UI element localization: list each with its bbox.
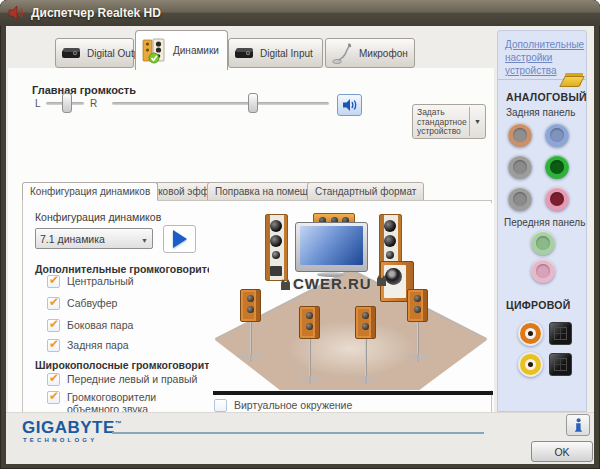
checkbox[interactable] (47, 339, 60, 352)
spdif-rca-out[interactable] (518, 321, 543, 346)
mute-button[interactable] (337, 94, 362, 116)
rear-right-speaker[interactable] (355, 306, 376, 339)
speaker-volume-icon (342, 98, 358, 112)
side-left-speaker[interactable] (240, 289, 261, 322)
checkbox[interactable] (47, 391, 60, 404)
dropdown-value: 7.1 динамика (40, 233, 141, 245)
checkbox-center-speaker[interactable]: Центральный (47, 275, 134, 288)
checkbox[interactable] (214, 399, 227, 412)
set-default-device-button[interactable]: Задать стандартное устройство (412, 104, 486, 139)
folder-icon[interactable] (562, 71, 584, 88)
info-icon (573, 418, 583, 433)
speaker-stand-feet (355, 376, 377, 384)
checkbox[interactable] (47, 373, 60, 386)
speaker-stand (365, 339, 367, 379)
optical-out-port[interactable] (549, 322, 572, 345)
analog-section-title: АНАЛОГОВЫЙ (506, 91, 587, 103)
play-icon (173, 230, 187, 248)
back-jack-rear[interactable] (545, 187, 569, 211)
main-volume-slider[interactable] (112, 102, 329, 105)
rear-left-speaker[interactable] (299, 306, 320, 339)
front-jack-headphone[interactable] (531, 231, 555, 255)
optional-speakers-title: Дополнительные громкоговорители (35, 263, 226, 275)
side-right-speaker[interactable] (407, 289, 428, 322)
window-title: Диспетчер Realtek HD (31, 6, 161, 20)
checkbox-side-pair[interactable]: Боковая пара (47, 319, 133, 332)
footer-bar: GIGABYTE™ TECHNOLOGY OK (6, 412, 594, 464)
gigabyte-logo: GIGABYTE™ (22, 418, 122, 438)
client-area: Digital Output Динамики Digital Input (6, 26, 594, 464)
back-jack-front-out-active[interactable] (545, 155, 569, 179)
connector-panel: Дополнительные настройки устройства АНАЛ… (497, 30, 587, 412)
checkbox-front-left-right[interactable]: Передние левый и правый (47, 373, 197, 386)
balance-slider-handle[interactable] (62, 93, 72, 113)
checkbox-rear-pair[interactable]: Задняя пара (47, 339, 129, 352)
speaker-stand-feet (299, 376, 321, 384)
back-panel-label: Задняя панель (506, 107, 575, 118)
info-button[interactable] (566, 414, 590, 436)
main-content: Главная громкость L R Задать стандартное… (8, 68, 494, 412)
speaker-stand (309, 339, 311, 379)
tv-monitor (295, 222, 368, 272)
speaker-layout-image: CWER.RU (209, 203, 493, 390)
digital-device-icon (62, 47, 82, 59)
fullrange-speakers-title: Широкополосные громкоговорители (35, 359, 228, 371)
tab-digital-output[interactable]: Digital Output (55, 38, 134, 68)
realtek-speaker-icon (8, 5, 24, 21)
checkbox[interactable] (47, 297, 60, 310)
optical-in-port[interactable] (549, 353, 572, 376)
main-volume-slider-handle[interactable] (248, 93, 258, 113)
front-left-speaker[interactable] (265, 214, 288, 281)
balance-right-label: R (90, 98, 97, 109)
digital-device-icon (235, 47, 255, 59)
checkbox-subwoofer[interactable]: Сабвуфер (47, 297, 117, 310)
titlebar[interactable]: Диспетчер Realtek HD (0, 0, 600, 26)
back-jack-mic[interactable] (508, 155, 532, 179)
image-divider (213, 391, 493, 395)
spdif-rca-in[interactable] (518, 352, 543, 377)
speaker-stand (250, 321, 252, 357)
back-jack-line-in-right[interactable] (545, 123, 569, 147)
checkbox[interactable] (47, 319, 60, 332)
volume-title: Главная громкость (32, 84, 136, 96)
dropdown-label: Конфигурация динамиков (35, 211, 161, 223)
tv-screen (300, 226, 363, 265)
digital-section-title: ЦИФРОВОЙ (506, 299, 571, 311)
checkbox-virtual-surround[interactable]: Виртуальное окружение (214, 399, 352, 412)
front-jack-mic[interactable] (531, 259, 555, 283)
set-default-device-label: Задать стандартное устройство (413, 105, 469, 138)
tab-speakers[interactable]: Динамики (135, 30, 228, 70)
subtab-default-format[interactable]: Стандартный формат (307, 182, 424, 201)
speaker-stand-feet (407, 354, 429, 362)
chevron-down-icon (141, 233, 148, 245)
balance-slider[interactable] (46, 102, 84, 105)
watermark: CWER.RU (293, 275, 372, 292)
balance-left-label: L (35, 98, 41, 109)
realtek-hd-manager-window: Диспетчер Realtek HD Digital Output Дина… (0, 0, 600, 469)
speaker-stand-feet (240, 354, 262, 362)
back-jack-side[interactable] (508, 187, 532, 211)
play-test-button[interactable] (163, 225, 196, 253)
speakers-icon (142, 38, 168, 64)
checkbox[interactable] (47, 275, 60, 288)
tab-microphone[interactable]: Микрофон (325, 38, 415, 68)
ok-button[interactable]: OK (531, 441, 593, 462)
chevron-down-icon[interactable] (470, 105, 485, 138)
gigabyte-technology-label: TECHNOLOGY (23, 437, 97, 443)
microphone-icon (332, 42, 354, 64)
back-jack-line-in-left[interactable] (508, 123, 532, 147)
footer-divider (112, 432, 484, 434)
subtab-speaker-configuration[interactable]: Конфигурация динамиков (22, 182, 158, 201)
tab-digital-input[interactable]: Digital Input (228, 38, 323, 68)
speaker-stand (417, 321, 419, 357)
front-panel-label: Передняя панель (504, 217, 585, 228)
speaker-config-dropdown[interactable]: 7.1 динамика (35, 228, 153, 249)
